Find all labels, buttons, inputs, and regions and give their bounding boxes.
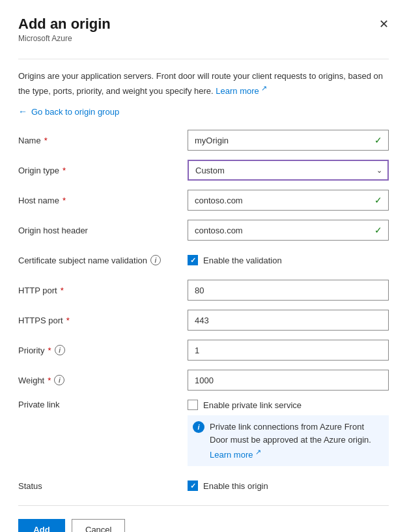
private-link-checkbox-label: Enable private link service [203,400,302,410]
origin-type-select-wrapper: Custom ⌄ [188,160,389,181]
weight-label: Weight * i [18,375,188,385]
origin-host-header-label: Origin host header [18,226,188,235]
private-link-checkbox[interactable] [188,400,198,410]
host-name-control: contoso.com ✓ [188,190,389,211]
origin-host-header-select-wrapper: contoso.com ✓ [188,220,389,241]
http-port-control [188,280,389,301]
name-select[interactable]: myOrigin [188,130,389,151]
host-name-required: * [63,196,66,205]
http-port-input[interactable] [188,280,389,301]
origin-host-header-row: Origin host header contoso.com ✓ [18,220,389,241]
status-checkmark: ✓ [190,482,196,490]
priority-row: Priority * i [18,340,389,361]
description-text: Origins are your application servers. Fr… [18,70,389,97]
name-control: myOrigin ✓ [188,130,389,151]
origin-type-required: * [63,166,66,175]
host-name-row: Host name * contoso.com ✓ [18,190,389,211]
panel-footer: Add Cancel [18,505,389,532]
add-origin-panel: Add an origin ✕ Microsoft Azure Origins … [0,0,407,532]
private-link-learn-more[interactable]: Learn more ↗ [210,450,261,460]
close-icon: ✕ [379,18,389,31]
status-checkbox-row: ✓ Enable this origin [188,480,389,491]
weight-input[interactable] [188,370,389,391]
cert-validation-row: Certificate subject name validation i ✓ … [18,250,389,271]
origin-type-control: Custom ⌄ [188,160,389,181]
host-name-select-wrapper: contoso.com ✓ [188,190,389,211]
http-port-required: * [61,286,64,295]
priority-input[interactable] [188,340,389,361]
https-port-row: HTTPS port * [18,310,389,331]
origin-type-label: Origin type * [18,166,188,175]
cert-validation-info-icon[interactable]: i [150,255,161,265]
host-name-select[interactable]: contoso.com [188,190,389,211]
host-name-label: Host name * [18,196,188,205]
origin-host-header-select[interactable]: contoso.com [188,220,389,241]
weight-required: * [48,376,51,385]
https-port-label: HTTPS port * [18,316,188,325]
weight-control [188,370,389,391]
https-port-required: * [66,316,70,325]
weight-row: Weight * i [18,370,389,391]
origin-type-select[interactable]: Custom [188,160,389,181]
status-checkbox-label: Enable this origin [203,481,268,491]
external-link-icon: ↗ [261,84,267,92]
cert-validation-checkbox[interactable]: ✓ [188,255,198,265]
private-link-label: Private link [18,400,188,409]
panel-subtitle: Microsoft Azure [18,34,389,43]
back-arrow-icon: ← [18,106,27,117]
panel-title: Add an origin [18,16,111,33]
cancel-button[interactable]: Cancel [72,519,125,532]
learn-more-link[interactable]: Learn more ↗ [216,86,267,96]
close-button[interactable]: ✕ [379,18,389,30]
back-link[interactable]: ← Go back to origin group [18,106,389,117]
add-button[interactable]: Add [18,519,65,532]
cert-validation-label: Certificate subject name validation i [18,255,188,265]
priority-control [188,340,389,361]
name-select-wrapper: myOrigin ✓ [188,130,389,151]
weight-info-icon[interactable]: i [54,375,64,385]
name-label: Name * [18,136,188,145]
panel-header: Add an origin ✕ [18,16,389,33]
priority-required: * [48,346,51,355]
status-checkbox[interactable]: ✓ [188,480,198,491]
https-port-input[interactable] [188,310,389,331]
private-link-info-icon: i [193,421,204,433]
header-divider [18,59,389,59]
status-label: Status [18,481,188,491]
status-row: Status ✓ Enable this origin [18,475,389,496]
cert-validation-checkbox-row: ✓ Enable the validation [188,255,389,265]
https-port-control [188,310,389,331]
private-link-checkbox-row: Enable private link service [188,400,389,410]
cert-validation-checkmark: ✓ [190,256,196,265]
cert-validation-control: ✓ Enable the validation [188,255,389,265]
http-port-label: HTTP port * [18,286,188,295]
private-link-control: Enable private link service i Private li… [188,400,389,466]
origin-type-row: Origin type * Custom ⌄ [18,160,389,181]
http-port-row: HTTP port * [18,280,389,301]
private-link-external-icon: ↗ [255,447,261,455]
cert-validation-checkbox-label: Enable the validation [203,256,282,265]
origin-host-header-control: contoso.com ✓ [188,220,389,241]
priority-info-icon[interactable]: i [55,345,65,355]
status-control: ✓ Enable this origin [188,480,389,491]
name-row: Name * myOrigin ✓ [18,130,389,151]
private-link-info-text: Private link connections from Azure Fron… [210,421,384,461]
private-link-row: Private link Enable private link service… [18,400,389,466]
priority-label: Priority * i [18,345,188,355]
name-required: * [44,136,48,145]
private-link-info-box: i Private link connections from Azure Fr… [188,415,389,466]
